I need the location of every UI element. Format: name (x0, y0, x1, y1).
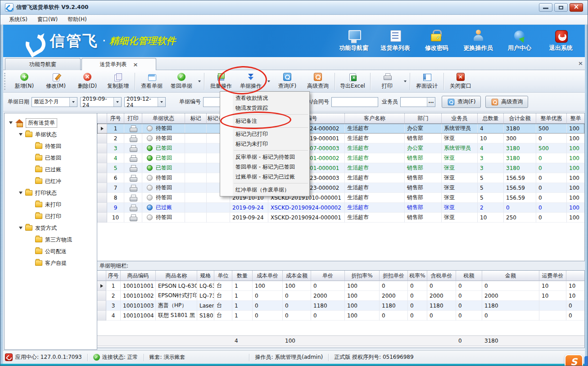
banner-action-lock[interactable]: 修改密码 (418, 30, 455, 52)
table-row[interactable]: 5已签回01-000001生活超市销售部张亚331800100 (97, 163, 584, 173)
tree-expand-icon[interactable] (9, 121, 13, 124)
detail-row[interactable]: 1100101001EPSON LQ-630KLQ-630台1100100010… (97, 281, 584, 291)
table-row[interactable]: 8待签回2019-10-10XSCKD-20191010-000001生活超市销… (97, 193, 584, 203)
summary-cell (121, 336, 156, 346)
menu-item-8[interactable]: 反审单据 - 标记为待签回 (220, 152, 309, 162)
sidebar-item-8[interactable]: 已打印 (5, 210, 97, 222)
date-preset-value: 最近3个月 (34, 98, 59, 106)
menu-item-2[interactable]: 帮助(H) (63, 15, 91, 24)
menu-item-12[interactable]: 红冲单据（作废单据） (220, 185, 309, 195)
chevron-down-icon[interactable] (69, 98, 77, 107)
tree-expand-icon[interactable] (19, 227, 23, 229)
sidebar-item-5[interactable]: 已红冲 (5, 175, 97, 187)
banner-action-globe[interactable]: 用户中心 (501, 30, 538, 52)
contract-input[interactable] (331, 97, 378, 107)
toolbar-button-add[interactable]: 新增(N) (9, 71, 40, 92)
toolbar-button-delete[interactable]: 删除(D) (72, 71, 103, 92)
table-row[interactable]: 10待签回2019-09-24XSCKD-20190924-000001生活超市… (97, 213, 584, 223)
sidebar-item-3[interactable]: 已签回 (5, 152, 97, 164)
sidebar-item-12[interactable]: 客户自提 (5, 257, 97, 269)
table-row[interactable]: 9已过账2019-09-24XSCKD-20190924-000002生活超市销… (97, 203, 584, 213)
tab-1[interactable]: 送货单列表× (81, 58, 156, 70)
table-row[interactable]: 6待签回23-000003生活超市销售部张亚5156.590100 (97, 173, 584, 183)
toolbar-print-dropdown-arrow[interactable] (402, 71, 408, 92)
sidebar-item-10[interactable]: 第三方物流 (5, 234, 97, 245)
toolbar-button-design[interactable]: 界面设计 (412, 71, 442, 92)
detail-row[interactable]: 2100101002EPSON针式打印LQ-730台10020001002000… (97, 291, 584, 301)
sidebar-item-0[interactable]: 所有送货单 (5, 117, 97, 129)
printer-icon (129, 175, 137, 181)
sidebar-item-4[interactable]: 已过账 (5, 164, 97, 175)
date-preset-select[interactable]: 最近3个月 (32, 97, 77, 107)
close-button[interactable] (570, 3, 583, 12)
tabbar-close-icon[interactable]: × (578, 60, 583, 67)
menu-item-0[interactable]: 系统(S) (4, 15, 32, 24)
ime-badge-sliver[interactable] (584, 356, 588, 366)
date-from-select[interactable]: 2019-09-24 (80, 97, 122, 107)
query-button[interactable]: 查询(F) (442, 96, 481, 108)
ime-badge[interactable]: S (565, 354, 583, 366)
detail-cell: 0 (408, 281, 427, 291)
toolbar-button-search_blue[interactable]: 查询(F) (271, 71, 303, 92)
menu-item-10[interactable]: 过账单据 - 标记为已过账 (220, 172, 309, 182)
salesman-picker-button[interactable]: … (427, 98, 435, 107)
sidebar-item-6[interactable]: 打印状态 (5, 187, 97, 199)
toolbar-button-sign[interactable]: 签回单据 (167, 71, 196, 92)
tab-bar: × 功能导航窗送货单列表× (0, 57, 588, 70)
sidebar-item-2[interactable]: 待签回 (5, 140, 97, 152)
banner-action-user[interactable]: 更换操作员 (460, 30, 497, 52)
restore-button[interactable] (554, 3, 568, 12)
menu-item-6[interactable]: 标记为未打印 (220, 139, 309, 149)
date-to-select[interactable]: 2019-12-24 (124, 97, 166, 107)
salesman-input[interactable] (401, 98, 427, 107)
sidebar-item-1[interactable]: 单据状态 (5, 129, 97, 140)
toolbar-sign-dropdown-arrow[interactable] (196, 71, 202, 92)
summary-cell (408, 336, 427, 346)
column-header: 业务员 (442, 113, 478, 124)
banner-action-monitor[interactable]: 功能导航窗 (335, 30, 372, 52)
table-row[interactable]: 2待签回19-000001生活超市销售部张亚103000100 (97, 134, 584, 143)
cell-qty: 5 (478, 173, 504, 183)
table-row[interactable]: 7待签回23-000002生活超市销售部张亚5156.590100 (97, 183, 584, 193)
cell-docno: XSCKD-20190924-000001 (268, 213, 345, 223)
toolbar-button-copy[interactable]: 复制新增 (103, 71, 133, 92)
sidebar-item-7[interactable]: 未打印 (5, 199, 97, 210)
toolbar-button-close_win[interactable]: 关闭窗口 (446, 71, 475, 92)
banner-action-power[interactable]: 退出系统 (543, 30, 579, 52)
toolbar-grip[interactable] (4, 73, 6, 90)
cell-amount: 3180 (504, 143, 536, 153)
tab-close-icon[interactable]: × (133, 61, 138, 68)
detail-row[interactable]: 4100101004联想 S1801 黑S1801台1000100000000 (97, 311, 584, 321)
toolbar-button-print[interactable]: 打印 (372, 71, 402, 92)
chevron-down-icon[interactable] (158, 98, 165, 107)
detail-cell: 2000 (482, 291, 539, 301)
table-row[interactable]: 1待签回24-000002生活超市办公室系统管理员43180500100 (97, 124, 584, 134)
detail-cell: 0 (380, 311, 408, 321)
toolbar-button-search_orange[interactable]: 高级查询 (303, 71, 333, 92)
tree-expand-icon[interactable] (19, 133, 23, 136)
toolbar-button-view[interactable]: 查看单据 (137, 71, 167, 92)
tab-0[interactable]: 功能导航窗 (5, 58, 81, 70)
sidebar-item-11[interactable]: 公司配送 (5, 245, 97, 257)
folder-icon (35, 143, 42, 149)
toolbar-button-edit[interactable]: 修改(M) (40, 71, 72, 92)
sidebar-item-9[interactable]: 发货方式 (5, 222, 97, 234)
menu-item-0[interactable]: 查看收款情况 (220, 93, 309, 103)
detail-row[interactable]: 3100101003惠普（HP）LaserJ台10011801001180011… (97, 301, 584, 311)
menu-item-5[interactable]: 标记为已打印 (220, 129, 309, 139)
banner-action-list[interactable]: 送货单列表 (377, 30, 414, 52)
detail-cell: 0 (311, 281, 345, 291)
table-row[interactable]: 4已签回01-000002生活超市销售部张亚331800100 (97, 153, 584, 163)
menu-item-9[interactable]: 签回单据 - 标记为已签回 (220, 162, 309, 172)
advanced-query-button[interactable]: 高级查询 (485, 96, 528, 108)
menu-item-1[interactable]: 窗口(W) (32, 15, 63, 24)
row-indicator (97, 281, 106, 291)
toolbar-button-excel[interactable]: 导出Excel (337, 71, 368, 92)
toolbar: 新增(N)修改(M)删除(D)复制新增查看单据签回单据批量操作单据操作查询(F)… (0, 70, 588, 93)
detail-cell: LaserJ (197, 301, 214, 311)
detail-cell: 100101004 (121, 311, 156, 321)
tree-expand-icon[interactable] (19, 192, 23, 194)
table-row[interactable]: 3已签回07-000003生活超市办公室系统管理员43180500100 (97, 143, 584, 153)
chevron-down-icon[interactable] (113, 98, 121, 107)
minimize-button[interactable] (539, 3, 552, 12)
